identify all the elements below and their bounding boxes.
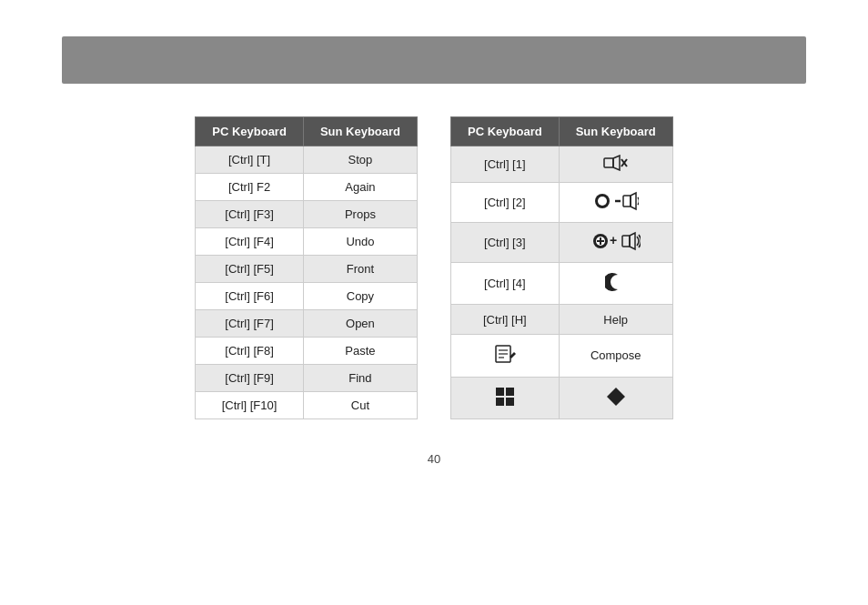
pc-key-cell: [Ctrl] [F10] (196, 392, 304, 419)
svg-marker-9 (631, 193, 636, 209)
svg-rect-25 (506, 398, 514, 406)
sun-key-cell: Paste (303, 338, 417, 365)
table-row: [Ctrl] [2] (451, 182, 673, 222)
sun-key-cell (559, 182, 672, 222)
pc-key-cell: [Ctrl] [F9] (196, 365, 304, 392)
pc-key-cell: [Ctrl] [F7] (196, 310, 304, 338)
pc-key-cell: [Ctrl] [H] (451, 305, 560, 335)
sun-key-cell: Find (303, 365, 417, 392)
sun-key-cell (559, 146, 672, 183)
pc-key-cell: [Ctrl] [F6] (196, 283, 304, 310)
table-row: [Ctrl] [F7]Open (196, 310, 418, 338)
svg-rect-15 (622, 236, 630, 247)
sun-key-cell: + (559, 222, 672, 262)
svg-rect-23 (506, 388, 514, 396)
table-row: Compose (451, 335, 673, 377)
table-row: [Ctrl] [F10]Cut (196, 392, 418, 419)
svg-marker-16 (630, 233, 635, 249)
right-keyboard-table: PC Keyboard Sun Keyboard [Ctrl] [1] [Ctr… (450, 116, 673, 419)
sun-key-cell: Front (303, 256, 417, 283)
mute-icon (603, 155, 629, 171)
sun-key-cell: Undo (303, 228, 417, 256)
sun-key-cell: Stop (303, 146, 417, 174)
table-row: [Ctrl] [3] + (451, 222, 673, 262)
svg-marker-26 (607, 388, 625, 406)
meta-pc-icon (494, 386, 516, 408)
table-row: [Ctrl] [F4]Undo (196, 228, 418, 256)
compose-pc-icon (494, 343, 516, 365)
table-row: [Ctrl] [T]Stop (196, 146, 418, 174)
pc-key-cell: [Ctrl] [1] (451, 146, 560, 183)
diamond-icon (606, 387, 626, 407)
sun-key-cell: Props (303, 201, 417, 228)
sun-key-cell: Compose (559, 335, 672, 377)
table-row: [Ctrl] [1] (451, 146, 673, 183)
svg-rect-24 (496, 398, 504, 406)
svg-rect-0 (604, 158, 613, 167)
sun-key-cell: Open (303, 310, 417, 338)
pc-key-cell (451, 335, 560, 377)
pc-key-cell: [Ctrl] [F5] (196, 256, 304, 283)
table-row: [Ctrl] [F5]Front (196, 256, 418, 283)
page-number: 40 (428, 452, 440, 466)
table-row: [Ctrl] [H]Help (451, 305, 673, 335)
sun-key-cell (559, 262, 672, 304)
svg-point-6 (598, 197, 607, 206)
sun-key-cell: Again (303, 174, 417, 201)
svg-rect-22 (496, 388, 504, 396)
pc-key-cell: [Ctrl] [F8] (196, 338, 304, 365)
pc-key-cell: [Ctrl] F2 (196, 174, 304, 201)
page-header (62, 36, 806, 84)
sun-key-cell: Help (559, 305, 672, 335)
table-row (451, 377, 673, 418)
pc-key-cell: [Ctrl] [2] (451, 182, 560, 222)
table-row: [Ctrl] [F9]Find (196, 365, 418, 392)
vol-up-icon: + (591, 231, 641, 251)
table-row: [Ctrl] [4] (451, 262, 673, 304)
crescent-icon (605, 271, 627, 293)
pc-key-cell: [Ctrl] [3] (451, 222, 560, 262)
right-col2-header: Sun Keyboard (559, 117, 672, 146)
svg-text:+: + (610, 233, 617, 247)
vol-down-icon (593, 191, 639, 211)
left-col2-header: Sun Keyboard (303, 117, 417, 146)
left-keyboard-table: PC Keyboard Sun Keyboard [Ctrl] [T]Stop[… (195, 116, 418, 419)
svg-rect-8 (623, 196, 631, 207)
pc-key-cell: [Ctrl] [F3] (196, 201, 304, 228)
table-row: [Ctrl] F2Again (196, 174, 418, 201)
pc-key-cell: [Ctrl] [F4] (196, 228, 304, 256)
left-col1-header: PC Keyboard (196, 117, 304, 146)
content-area: PC Keyboard Sun Keyboard [Ctrl] [T]Stop[… (0, 116, 868, 419)
sun-key-cell: Copy (303, 283, 417, 310)
table-row: [Ctrl] [F3]Props (196, 201, 418, 228)
table-row: [Ctrl] [F6]Copy (196, 283, 418, 310)
pc-key-cell: [Ctrl] [T] (196, 146, 304, 174)
page-footer: 40 (0, 452, 868, 466)
table-row: [Ctrl] [F8]Paste (196, 338, 418, 365)
pc-key-cell: [Ctrl] [4] (451, 262, 560, 304)
right-col1-header: PC Keyboard (451, 117, 560, 146)
svg-marker-1 (613, 156, 620, 170)
sun-key-cell: Cut (303, 392, 417, 419)
sun-key-cell (559, 377, 672, 418)
pc-key-cell (451, 377, 560, 418)
